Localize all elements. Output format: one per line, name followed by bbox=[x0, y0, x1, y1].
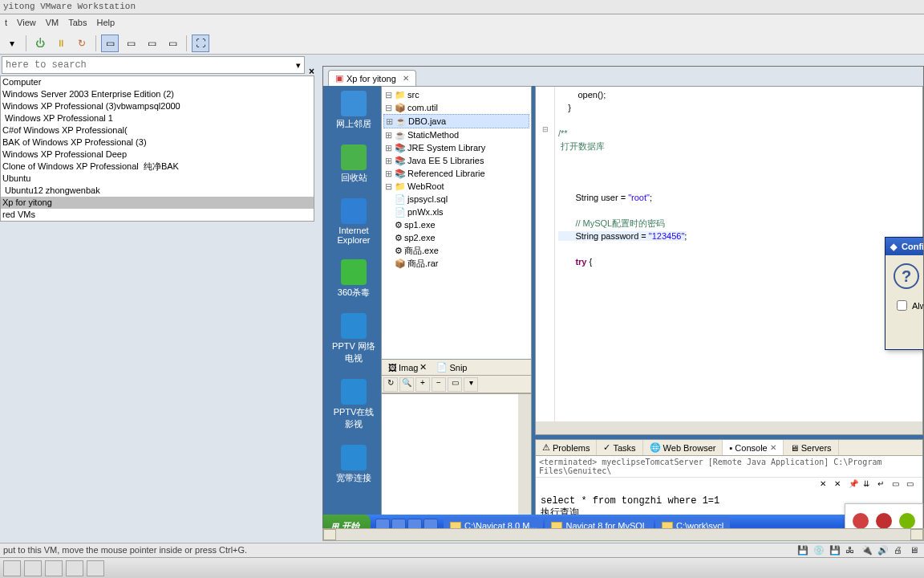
vm-list-item[interactable]: Ubuntu bbox=[1, 173, 314, 185]
power-on-icon[interactable]: ⏻ bbox=[31, 35, 49, 52]
vm-list-item[interactable]: Windows XP Professional Deep bbox=[1, 149, 314, 161]
console-scroll-icon[interactable]: ⇊ bbox=[863, 479, 876, 492]
tool-refresh-icon[interactable]: ↻ bbox=[383, 377, 398, 392]
scroll-left-icon[interactable] bbox=[323, 529, 336, 540]
tree-item[interactable]: 📄pnWx.xls bbox=[383, 206, 529, 218]
always-exit-checkbox[interactable]: Always exit without prompt bbox=[897, 300, 923, 311]
host-tb-icon[interactable] bbox=[24, 560, 42, 576]
tool-fit-icon[interactable]: ▭ bbox=[448, 377, 462, 392]
tree-item[interactable]: 📄jspsycl.sql bbox=[383, 193, 529, 206]
tree-item[interactable]: ⊟📦com.util bbox=[383, 101, 529, 114]
editor-hscroll[interactable] bbox=[536, 421, 922, 434]
suspend-icon[interactable]: ⏸ bbox=[52, 35, 70, 52]
display-icon[interactable]: 🖥 bbox=[910, 545, 921, 556]
menu-vm[interactable]: VM bbox=[46, 18, 59, 29]
cd-icon[interactable]: 💿 bbox=[813, 545, 825, 556]
console-clear-icon[interactable]: ✕ bbox=[820, 479, 833, 492]
tree-item[interactable]: ⊟📁src bbox=[383, 88, 529, 101]
tree-item[interactable]: 📦商品.rar bbox=[383, 257, 529, 270]
console-close-icon[interactable]: ✕ bbox=[770, 443, 776, 452]
tool-zoomout-icon[interactable]: − bbox=[432, 377, 446, 392]
sidebar-close-icon[interactable]: × bbox=[309, 66, 314, 77]
disk-icon[interactable]: 💾 bbox=[797, 545, 808, 556]
vm-list-item[interactable]: Windows Server 2003 Enterprise Edition (… bbox=[1, 88, 314, 100]
xp-desktop[interactable]: 网上邻居回收站Internet Explorer360杀毒PPTV 网络电视PP… bbox=[323, 86, 923, 537]
tray-item-icon[interactable] bbox=[876, 513, 892, 529]
tree-item[interactable]: ⊞📚Referenced Librarie bbox=[383, 167, 529, 180]
sound-icon[interactable]: 🔊 bbox=[877, 545, 889, 556]
vm-list-item[interactable]: Computer bbox=[1, 76, 314, 88]
tab-tasks[interactable]: ✓Tasks bbox=[597, 440, 642, 455]
vm-tab-xp[interactable]: ▣ Xp for yitong ✕ bbox=[328, 70, 416, 86]
tree-item[interactable]: ⊞📚JRE System Library bbox=[383, 141, 529, 154]
desktop-icon[interactable]: 回收站 bbox=[331, 144, 376, 184]
tool-zoom-icon[interactable]: 🔍 bbox=[399, 377, 414, 392]
console-open-icon[interactable]: ▭ bbox=[892, 479, 905, 492]
console-min-icon[interactable]: ▭ bbox=[906, 479, 919, 492]
menu-help[interactable]: Help bbox=[96, 18, 115, 29]
menu-edit[interactable]: t bbox=[5, 18, 7, 29]
tab-image[interactable]: 🖼Imag ✕ bbox=[385, 361, 430, 373]
dialog-titlebar[interactable]: ◆ Confirm Exit bbox=[886, 238, 923, 255]
host-tb-icon[interactable] bbox=[3, 560, 21, 576]
console-remove-icon[interactable]: ✕ bbox=[834, 479, 847, 492]
desktop-icon[interactable]: PPTV 网络电视 bbox=[331, 313, 376, 364]
desktop-icon[interactable]: 360杀毒 bbox=[331, 259, 376, 299]
tree-item[interactable]: ⚙sp2.exe bbox=[383, 231, 529, 244]
host-tb-icon[interactable] bbox=[87, 560, 104, 576]
desktop-icon[interactable]: 网上邻居 bbox=[331, 91, 376, 130]
desktop-icon[interactable]: Internet Explorer bbox=[331, 198, 376, 245]
tab-close-icon[interactable]: ✕ bbox=[419, 362, 427, 372]
tree-item[interactable]: ⊞☕DBO.java bbox=[383, 114, 529, 128]
scroll-right-icon[interactable] bbox=[910, 529, 923, 540]
java-editor[interactable]: ⊟ open(); } /** 打开数据库 String user = "roo… bbox=[535, 86, 923, 435]
tree-item[interactable]: ⊟📁WebRoot bbox=[383, 180, 529, 193]
desktop-icon[interactable]: PPTV在线影视 bbox=[331, 379, 376, 430]
tab-browser[interactable]: 🌐Web Browser bbox=[643, 440, 723, 455]
tree-item[interactable]: ⚙商品.exe bbox=[383, 244, 529, 257]
tree-item[interactable]: ⊞☕StaticMethod bbox=[383, 128, 529, 141]
floppy-icon[interactable]: 💾 bbox=[829, 545, 841, 556]
vm-list-item[interactable]: Xp for yitong bbox=[1, 197, 314, 209]
vm-hscroll[interactable] bbox=[322, 528, 924, 541]
desktop-icon[interactable]: 宽带连接 bbox=[331, 445, 376, 484]
tab-snip[interactable]: 📄Snip bbox=[433, 361, 470, 373]
reset-icon[interactable]: ↻ bbox=[73, 35, 91, 52]
view-icon[interactable]: ▭ bbox=[122, 35, 140, 52]
tab-problems[interactable]: ⚠Problems bbox=[536, 440, 597, 455]
tray-item-icon[interactable] bbox=[899, 513, 915, 529]
console-pin-icon[interactable]: 📌 bbox=[849, 479, 861, 492]
dropdown-icon[interactable]: ▾ bbox=[296, 60, 301, 71]
vm-list-item[interactable]: Windows XP Professional (3)vbwampsql2000 bbox=[1, 100, 314, 112]
tray-item-icon[interactable] bbox=[853, 513, 869, 529]
tab-console[interactable]: ▪Console ✕ bbox=[723, 440, 783, 455]
host-tb-icon[interactable] bbox=[45, 560, 63, 576]
vm-list-item[interactable]: Ubuntu12 zhongwenbak bbox=[1, 185, 314, 197]
menu-dropdown-icon[interactable]: ▾ bbox=[3, 35, 21, 52]
tree-item[interactable]: ⊞📚Java EE 5 Libraries bbox=[383, 154, 529, 167]
tree-item[interactable]: ⚙sp1.exe bbox=[383, 218, 529, 231]
vm-list-item[interactable]: C#of Windows XP Professional( bbox=[1, 124, 314, 136]
checkbox-input[interactable] bbox=[897, 300, 907, 311]
menu-view[interactable]: View bbox=[17, 18, 36, 29]
fullscreen-icon[interactable]: ⛶ bbox=[192, 35, 209, 52]
vm-list-item[interactable]: red VMs bbox=[1, 209, 314, 221]
view3-icon[interactable]: ▭ bbox=[164, 35, 181, 52]
tool-zoomin-icon[interactable]: + bbox=[415, 377, 430, 392]
usb-icon[interactable]: 🔌 bbox=[861, 545, 873, 556]
vm-tab-close-icon[interactable]: ✕ bbox=[403, 74, 409, 83]
search-input[interactable] bbox=[6, 59, 296, 71]
view2-icon[interactable]: ▭ bbox=[143, 35, 160, 52]
snapshot-icon[interactable]: ▭ bbox=[101, 35, 119, 52]
tool-menu-icon[interactable]: ▾ bbox=[464, 377, 478, 392]
host-tb-icon[interactable] bbox=[66, 560, 83, 576]
printer-icon[interactable]: 🖨 bbox=[894, 545, 905, 556]
net-icon[interactable]: 🖧 bbox=[845, 545, 857, 556]
vm-list-item[interactable]: Windows XP Professional 1 bbox=[1, 112, 314, 124]
menu-tabs[interactable]: Tabs bbox=[68, 18, 87, 29]
vm-list-item[interactable]: BAK of Windows XP Professional (3) bbox=[1, 136, 314, 149]
editor-code[interactable]: open(); } /** 打开数据库 String user = "root"… bbox=[555, 87, 922, 421]
console-wrap-icon[interactable]: ↵ bbox=[877, 479, 890, 492]
project-tree[interactable]: ⊟📁src ⊟📦com.util ⊞☕DBO.java ⊞☕StaticMeth… bbox=[382, 87, 531, 271]
vm-list-item[interactable]: Clone of Windows XP Professional 纯净BAK bbox=[1, 161, 314, 173]
